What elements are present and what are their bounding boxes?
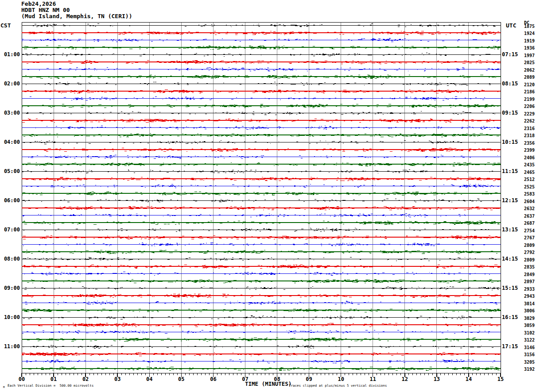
utc-hour-label: 14:15	[502, 256, 518, 262]
cst-hour-label: 07:00	[0, 227, 20, 233]
dc-value: 2809	[524, 243, 535, 248]
dc-value: 2206	[524, 104, 535, 109]
x-tick-label: 13	[430, 377, 443, 382]
cst-hour-label: 04:00	[0, 139, 20, 145]
utc-hour-label: 12:15	[502, 198, 518, 204]
dc-value: 2525	[524, 184, 535, 189]
utc-hour-label: 16:15	[502, 315, 518, 320]
dc-value: 3146	[524, 345, 535, 350]
utc-hour-label: 07:15	[502, 52, 518, 58]
utc-hour-label: 13:15	[502, 227, 518, 233]
cst-hour-label: 09:00	[0, 285, 20, 291]
dc-value: 1936	[524, 46, 535, 50]
dc-value: 2632	[524, 206, 535, 211]
dc-value: 1997	[524, 53, 535, 58]
dc-value: 2687	[524, 221, 535, 226]
utc-hour-label: 08:15	[502, 81, 518, 87]
cst-hour-label: 08:00	[0, 256, 20, 262]
utc-hour-label: 09:15	[502, 110, 518, 116]
dc-value: 2406	[524, 155, 535, 160]
dc-value: 1919	[524, 38, 535, 43]
dc-value: 3156	[524, 352, 535, 357]
dc-value: 2897	[524, 279, 535, 284]
dc-value: 2089	[524, 75, 535, 80]
dc-value: 2025	[524, 60, 535, 65]
dc-value: 3205	[524, 360, 535, 365]
dc-value: 1875	[524, 24, 535, 29]
x-tick-label: 06	[206, 377, 220, 382]
dc-value: 3029	[524, 316, 535, 321]
dc-value: 2792	[524, 250, 535, 255]
clip-note: Traces clipped at plus/minus 5 vertical …	[289, 384, 387, 388]
dc-value: 2318	[524, 133, 535, 138]
cst-hour-label: 11:00	[0, 344, 20, 350]
dc-value: 2754	[524, 228, 535, 233]
dc-value: 3102	[524, 331, 535, 335]
x-tick-label: 04	[143, 377, 156, 382]
cst-hour-label: 05:00	[0, 169, 20, 174]
x-tick-label: 00	[15, 377, 28, 382]
dc-value: 2229	[524, 111, 535, 116]
dc-value: 2199	[524, 97, 535, 102]
dc-value: 2435	[524, 162, 535, 167]
dc-value: 1924	[524, 31, 535, 36]
x-tick-label: 11	[366, 377, 380, 382]
x-tick-label: 09	[303, 377, 316, 382]
dc-value: 3192	[524, 367, 535, 372]
cst-hour-label: 02:00	[0, 81, 20, 87]
dc-value: 2604	[524, 199, 535, 204]
dc-value: 2399	[524, 148, 535, 153]
x-axis-label: TIME (MINUTES)	[245, 381, 291, 387]
cst-hour-label: 06:00	[0, 198, 20, 204]
cst-hour-label: 03:00	[0, 110, 20, 116]
utc-hour-label: 15:15	[502, 285, 518, 291]
x-tick-label: 14	[462, 377, 475, 382]
dc-value: 2933	[524, 287, 535, 292]
utc-hour-label: 10:15	[502, 139, 518, 145]
dc-value: 3122	[524, 338, 535, 342]
watermark-glyph: M	[3, 386, 5, 389]
dc-value: 2583	[524, 192, 535, 196]
dc-value: 2809	[524, 257, 535, 262]
dc-value: 2767	[524, 235, 535, 240]
dc-value: 3014	[524, 301, 535, 306]
utc-hour-label: 11:15	[502, 169, 518, 174]
x-tick-label: 02	[79, 377, 92, 382]
dc-value: 2316	[524, 126, 535, 131]
dc-value: 2849	[524, 272, 535, 277]
cst-hour-label: 01:00	[0, 52, 20, 58]
dc-value: 2512	[524, 177, 535, 182]
x-tick-label: 10	[334, 377, 348, 382]
dc-value: 3006	[524, 308, 535, 313]
cst-hour-label: 10:00	[0, 315, 20, 320]
x-tick-label: 12	[398, 377, 412, 382]
dc-value: 2637	[524, 214, 535, 219]
dc-value: 2062	[524, 68, 535, 73]
dc-value: 2262	[524, 119, 535, 123]
dc-value: 2186	[524, 89, 535, 94]
helicorder-page: Feb24,2026 HDBT HNZ NM 00 (Mud Island, M…	[0, 0, 536, 392]
dc-value: 2465	[524, 170, 535, 175]
utc-hour-label: 17:15	[502, 344, 518, 350]
x-tick-label: 05	[175, 377, 188, 382]
seismogram-plot	[0, 0, 536, 392]
dc-value: 2356	[524, 141, 535, 146]
x-tick-label: 03	[111, 377, 124, 382]
dc-value: 2943	[524, 294, 535, 299]
x-tick-label: 01	[47, 377, 60, 382]
dc-value: 3059	[524, 323, 535, 328]
dc-value: 2120	[524, 82, 535, 87]
x-tick-label: 15	[494, 377, 507, 382]
dc-value: 2835	[524, 265, 535, 269]
scale-note: Each Vertical Division = 500.00 microvol…	[8, 384, 93, 388]
